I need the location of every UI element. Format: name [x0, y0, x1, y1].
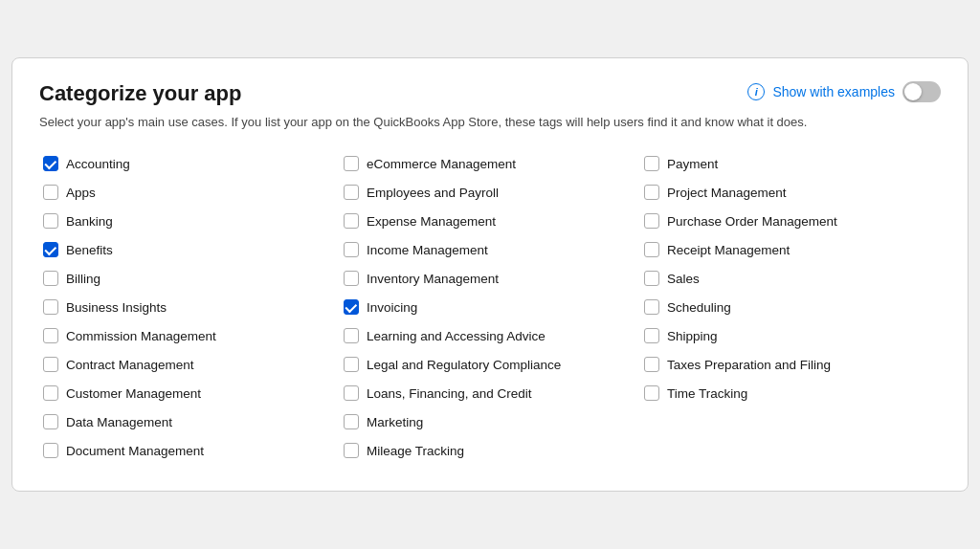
- checkbox-label: Sales: [667, 272, 700, 286]
- checkbox-label: Contract Management: [66, 358, 194, 372]
- checkbox-label: Learning and Accessing Advice: [367, 329, 546, 343]
- checkbox-label: Apps: [66, 186, 96, 200]
- checkbox-label: eCommerce Management: [367, 157, 516, 171]
- checkbox-label: Shipping: [667, 329, 718, 343]
- checkbox-label: Scheduling: [667, 300, 731, 315]
- checkbox[interactable]: [43, 299, 58, 315]
- checkbox-label: Project Management: [667, 186, 787, 200]
- show-examples-toggle[interactable]: [902, 81, 941, 102]
- checkbox[interactable]: [43, 414, 58, 429]
- checkbox-label: Employees and Payroll: [367, 186, 499, 200]
- checkbox[interactable]: [43, 385, 58, 401]
- checkbox-label: Legal and Regulatory Compliance: [367, 358, 561, 372]
- checkbox-label: Loans, Financing, and Credit: [367, 386, 532, 401]
- checkbox[interactable]: [644, 213, 659, 229]
- checkbox-item[interactable]: Income Management: [340, 236, 640, 263]
- checkbox[interactable]: [644, 156, 659, 171]
- checkbox[interactable]: [43, 242, 58, 257]
- checkbox-label: Business Insights: [66, 300, 167, 315]
- header-row: Categorize your app i Show with examples: [39, 81, 941, 106]
- checkbox[interactable]: [644, 185, 659, 200]
- column-col1: AccountingAppsBankingBenefitsBillingBusi…: [39, 150, 340, 464]
- checkbox[interactable]: [43, 357, 58, 372]
- checkbox[interactable]: [43, 156, 58, 171]
- checkbox[interactable]: [43, 185, 58, 200]
- show-examples-label[interactable]: Show with examples: [772, 84, 895, 99]
- checkbox-item[interactable]: Scheduling: [640, 294, 941, 320]
- checkbox-item[interactable]: Invoicing: [340, 294, 640, 320]
- checkbox-label: Purchase Order Management: [667, 214, 837, 229]
- checkbox-label: Marketing: [367, 415, 423, 429]
- categorize-card: Categorize your app i Show with examples…: [11, 57, 969, 492]
- checkbox-item[interactable]: Learning and Accessing Advice: [340, 322, 640, 349]
- checkbox[interactable]: [644, 271, 659, 286]
- checkbox[interactable]: [344, 357, 359, 372]
- checkbox[interactable]: [644, 385, 659, 401]
- checkbox-item[interactable]: Payment: [640, 150, 941, 177]
- checkbox[interactable]: [344, 185, 359, 200]
- checkbox[interactable]: [344, 414, 359, 429]
- checkbox-label: Time Tracking: [667, 386, 747, 401]
- checkbox-item[interactable]: Employees and Payroll: [340, 179, 640, 206]
- checkbox-item[interactable]: Benefits: [39, 236, 340, 263]
- info-icon: i: [747, 83, 765, 100]
- checkbox[interactable]: [344, 385, 359, 401]
- checkbox-label: Document Management: [66, 444, 204, 458]
- checkbox[interactable]: [344, 443, 359, 458]
- checkbox[interactable]: [344, 242, 359, 257]
- checkbox-label: Income Management: [367, 243, 488, 257]
- checkbox-item[interactable]: Expense Management: [340, 208, 640, 234]
- checkbox-item[interactable]: Shipping: [640, 322, 941, 349]
- checkbox-label: Payment: [667, 157, 718, 171]
- checkbox[interactable]: [43, 328, 58, 343]
- show-examples-control: i Show with examples: [747, 81, 941, 102]
- checkbox-item[interactable]: Sales: [640, 265, 941, 292]
- checkbox-item[interactable]: Data Management: [39, 408, 340, 435]
- checkbox[interactable]: [644, 328, 659, 343]
- checkbox-item[interactable]: eCommerce Management: [340, 150, 640, 177]
- checkbox-item[interactable]: Mileage Tracking: [340, 437, 640, 464]
- checkbox-label: Benefits: [66, 243, 113, 257]
- checkbox[interactable]: [344, 213, 359, 229]
- checkbox[interactable]: [344, 156, 359, 171]
- checkbox[interactable]: [644, 242, 659, 257]
- checkbox-label: Mileage Tracking: [367, 444, 464, 458]
- checkbox[interactable]: [43, 443, 58, 458]
- checkbox-label: Receipt Management: [667, 243, 790, 257]
- checkbox-label: Commission Management: [66, 329, 216, 343]
- checkbox[interactable]: [43, 271, 58, 286]
- checkbox-item[interactable]: Billing: [39, 265, 340, 292]
- checkbox-item[interactable]: Project Management: [640, 179, 941, 206]
- checkbox-item[interactable]: Legal and Regulatory Compliance: [340, 351, 640, 378]
- checkbox-item[interactable]: Loans, Financing, and Credit: [340, 380, 640, 406]
- checkbox[interactable]: [344, 328, 359, 343]
- checkbox-item[interactable]: Purchase Order Management: [640, 208, 941, 234]
- checkbox-label: Billing: [66, 272, 100, 286]
- checkbox-label: Taxes Preparation and Filing: [667, 358, 831, 372]
- checkbox-item[interactable]: Time Tracking: [640, 380, 941, 406]
- checkbox-item[interactable]: Customer Management: [39, 380, 340, 406]
- page-title: Categorize your app: [39, 81, 241, 106]
- checkbox[interactable]: [43, 213, 58, 229]
- checkbox-label: Data Management: [66, 415, 172, 429]
- column-col3: PaymentProject ManagementPurchase Order …: [640, 150, 941, 464]
- checkbox-item[interactable]: Taxes Preparation and Filing: [640, 351, 941, 378]
- checkbox-item[interactable]: Commission Management: [39, 322, 340, 349]
- checkbox-item[interactable]: Receipt Management: [640, 236, 941, 263]
- checkbox-item[interactable]: Inventory Management: [340, 265, 640, 292]
- checkbox-item[interactable]: Marketing: [340, 408, 640, 435]
- column-col2: eCommerce ManagementEmployees and Payrol…: [340, 150, 640, 464]
- checkbox-item[interactable]: Business Insights: [39, 294, 340, 320]
- checkbox-columns: AccountingAppsBankingBenefitsBillingBusi…: [39, 150, 941, 464]
- checkbox[interactable]: [344, 271, 359, 286]
- checkbox-item[interactable]: Contract Management: [39, 351, 340, 378]
- checkbox-label: Accounting: [66, 157, 130, 171]
- checkbox-item[interactable]: Banking: [39, 208, 340, 234]
- checkbox-item[interactable]: Apps: [39, 179, 340, 206]
- checkbox-item[interactable]: Document Management: [39, 437, 340, 464]
- checkbox-item[interactable]: Accounting: [39, 150, 340, 177]
- checkbox[interactable]: [344, 299, 359, 315]
- checkbox[interactable]: [644, 299, 659, 315]
- checkbox[interactable]: [644, 357, 659, 372]
- checkbox-label: Customer Management: [66, 386, 201, 401]
